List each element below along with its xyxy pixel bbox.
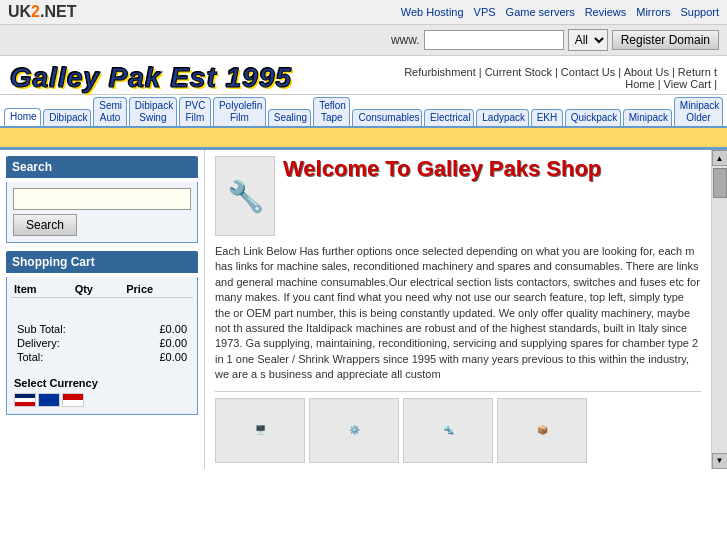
tab-ladypack[interactable]: Ladypack (476, 109, 528, 126)
scroll-down-arrow[interactable]: ▼ (712, 453, 728, 469)
nav-reviews[interactable]: Reviews (585, 6, 627, 18)
cart-empty-row (11, 298, 193, 318)
tab-minipack[interactable]: Minipack (623, 109, 672, 126)
search-button[interactable]: Search (13, 214, 77, 236)
tab-electrical[interactable]: Electrical (424, 109, 474, 126)
topbar-nav: Web Hosting VPS Game servers Reviews Mir… (401, 6, 719, 18)
tab-dibipack[interactable]: Dibipack (43, 109, 91, 126)
product-thumb-3[interactable]: 🔩 (403, 398, 493, 463)
cart-delivery-value: £0.00 (159, 337, 187, 349)
nav-tabs: Home Dibipack SemiAuto DibipackSwing PVC… (0, 95, 727, 128)
tab-dibipack-swing[interactable]: DibipackSwing (129, 97, 177, 126)
domain-select[interactable]: All (568, 29, 608, 51)
nav-game-servers[interactable]: Game servers (506, 6, 575, 18)
welcome-header-block: Welcome To Galley Paks Shop (283, 156, 601, 182)
currency-section: Select Currency (11, 374, 193, 410)
nav-mirrors[interactable]: Mirrors (636, 6, 670, 18)
domain-bar: www. All Register Domain (0, 25, 727, 56)
currency-label: Select Currency (14, 377, 98, 389)
cart-totals: Sub Total: £0.00 Delivery: £0.00 Total: … (11, 318, 193, 368)
sidebar: Search Search Shopping Cart Item Qty Pri… (0, 150, 205, 469)
search-input[interactable] (13, 188, 191, 210)
site-logo: Galley Pak Est 1995 (10, 62, 292, 94)
cart-header-price: Price (123, 281, 193, 298)
scroll-up-arrow[interactable]: ▲ (712, 150, 728, 166)
tab-consumables[interactable]: Consumables (352, 109, 422, 126)
tab-minipack-older[interactable]: MinipackOlder (674, 97, 723, 126)
flag-uk[interactable] (14, 393, 36, 407)
tab-polyolefin-film[interactable]: PolyolefinFilm (213, 97, 266, 126)
welcome-area: 🔧 Welcome To Galley Paks Shop (215, 156, 701, 236)
site-logo-top: UK2.NET (8, 3, 76, 21)
mascot-icon: 🔧 (227, 179, 264, 214)
nav-support[interactable]: Support (680, 6, 719, 18)
nav-web-hosting[interactable]: Web Hosting (401, 6, 464, 18)
header-nav-line2: Home | View Cart | (404, 78, 717, 90)
nav-vps[interactable]: VPS (474, 6, 496, 18)
header-nav-line1: Refurbishment | Current Stock | Contact … (404, 62, 717, 78)
tab-sealing[interactable]: Sealing (268, 109, 311, 126)
cart-total-value: £0.00 (159, 351, 187, 363)
product-thumb-3-icon: 🔩 (443, 425, 454, 435)
cart-header-qty: Qty (72, 281, 124, 298)
mascot-image: 🔧 (215, 156, 275, 236)
www-label: www. (391, 33, 420, 47)
flag-us[interactable] (62, 393, 84, 407)
cart-total-row: Total: £0.00 (14, 350, 190, 364)
cart-subtotal-value: £0.00 (159, 323, 187, 335)
cart-section: Item Qty Price Sub Total: £0.00 (6, 277, 198, 415)
scrollbar[interactable]: ▲ ▼ (711, 150, 727, 469)
tab-quickpack[interactable]: Quickpack (565, 109, 621, 126)
cart-subtotal-label: Sub Total: (17, 323, 66, 335)
tab-semi-auto[interactable]: SemiAuto (93, 97, 126, 126)
cart-delivery-label: Delivery: (17, 337, 60, 349)
search-section: Search (6, 182, 198, 243)
product-thumb-4-icon: 📦 (537, 425, 548, 435)
product-thumb-2-icon: ⚙️ (349, 425, 360, 435)
logo-highlight: 2 (31, 3, 40, 20)
product-thumb-4[interactable]: 📦 (497, 398, 587, 463)
topbar: UK2.NET Web Hosting VPS Game servers Rev… (0, 0, 727, 25)
tab-home[interactable]: Home (4, 108, 41, 126)
product-thumb-2[interactable]: ⚙️ (309, 398, 399, 463)
cart-table: Item Qty Price (11, 281, 193, 318)
flag-eu[interactable] (38, 393, 60, 407)
content-layout: Search Search Shopping Cart Item Qty Pri… (0, 150, 727, 469)
cart-header-item: Item (11, 281, 72, 298)
scroll-thumb[interactable] (713, 168, 727, 198)
site-header: Galley Pak Est 1995 Refurbishment | Curr… (0, 56, 727, 95)
search-section-title: Search (6, 156, 198, 178)
cart-delivery-row: Delivery: £0.00 (14, 336, 190, 350)
domain-input[interactable] (424, 30, 564, 50)
product-thumb-1[interactable]: 🖥️ (215, 398, 305, 463)
register-domain-button[interactable]: Register Domain (612, 30, 719, 50)
product-thumbnails: 🖥️ ⚙️ 🔩 📦 (215, 391, 701, 463)
product-thumb-1-icon: 🖥️ (255, 425, 266, 435)
banner-area (0, 128, 727, 150)
welcome-text: Each Link Below Has further options once… (215, 244, 701, 383)
main-content: 🔧 Welcome To Galley Paks Shop Each Link … (205, 150, 711, 469)
welcome-title: Welcome To Galley Paks Shop (283, 156, 601, 182)
tab-pvc-film[interactable]: PVCFilm (179, 97, 211, 126)
cart-section-title: Shopping Cart (6, 251, 198, 273)
flag-icons (14, 393, 190, 407)
tab-teflon-tape[interactable]: TeflonTape (313, 97, 350, 126)
tab-ekh[interactable]: EKH (531, 109, 563, 126)
cart-subtotal-row: Sub Total: £0.00 (14, 322, 190, 336)
cart-total-label: Total: (17, 351, 43, 363)
